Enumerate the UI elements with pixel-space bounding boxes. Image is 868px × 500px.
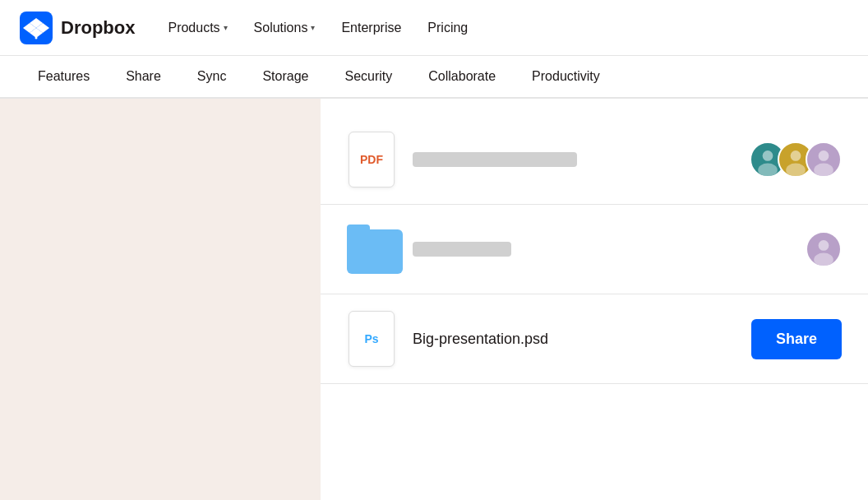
file-name-area [413,152,733,167]
svg-point-7 [814,164,833,176]
svg-point-8 [819,240,829,251]
sub-nav: Features Share Sync Storage Security Col… [0,56,868,99]
ps-file-icon-wrap: Ps [347,309,396,368]
pdf-icon: PDF [349,132,395,188]
svg-point-1 [35,36,38,39]
folder-body [347,229,403,274]
main-content: PDF [0,99,868,500]
subnav-features[interactable]: Features [20,58,108,95]
top-nav: Dropbox Products ▾ Solutions ▾ Enterpris… [0,0,868,56]
avatars-group [806,231,842,267]
subnav-productivity[interactable]: Productivity [514,58,618,95]
file-actions: Share [751,319,842,359]
share-button[interactable]: Share [751,319,842,359]
file-name-placeholder [413,242,511,257]
chevron-down-icon: ▾ [311,23,315,32]
table-row: PDF [321,115,868,205]
avatar [806,231,842,267]
person-silhouette-icon [807,233,840,266]
file-name-area [413,242,789,257]
file-name-text: Big-presentation.psd [413,331,548,347]
file-actions [806,231,842,267]
logo-area[interactable]: Dropbox [20,12,135,44]
left-panel [0,99,321,500]
avatars-group [750,141,842,178]
file-name-area: Big-presentation.psd [413,331,735,348]
svg-point-3 [758,164,778,176]
person-silhouette-icon [807,143,840,176]
subnav-share[interactable]: Share [108,58,179,95]
subnav-storage[interactable]: Storage [244,58,326,95]
nav-enterprise[interactable]: Enterprise [341,21,401,35]
folder-file-icon-wrap [347,220,396,279]
svg-point-9 [814,253,833,266]
table-row: Ps Big-presentation.psd Share [321,294,868,384]
svg-point-2 [763,150,773,161]
logo-text: Dropbox [61,17,135,39]
nav-products[interactable]: Products ▾ [168,21,227,35]
avatar [806,141,842,178]
nav-solutions[interactable]: Solutions ▾ [254,21,316,35]
right-panel: PDF [321,99,868,500]
subnav-collaborate[interactable]: Collaborate [410,58,514,95]
top-nav-links: Products ▾ Solutions ▾ Enterprise Pricin… [168,21,848,35]
svg-point-4 [791,150,801,161]
pdf-file-icon-wrap: PDF [347,130,396,189]
svg-point-5 [786,164,806,176]
file-name-placeholder [413,152,577,167]
dropbox-logo-icon [20,12,53,44]
subnav-security[interactable]: Security [326,58,410,95]
file-actions [750,141,842,178]
svg-point-6 [819,150,829,161]
table-row [321,205,868,294]
nav-pricing[interactable]: Pricing [427,21,468,35]
folder-icon [347,225,396,274]
ps-icon: Ps [349,311,395,367]
chevron-down-icon: ▾ [224,23,228,32]
subnav-sync[interactable]: Sync [179,58,245,95]
